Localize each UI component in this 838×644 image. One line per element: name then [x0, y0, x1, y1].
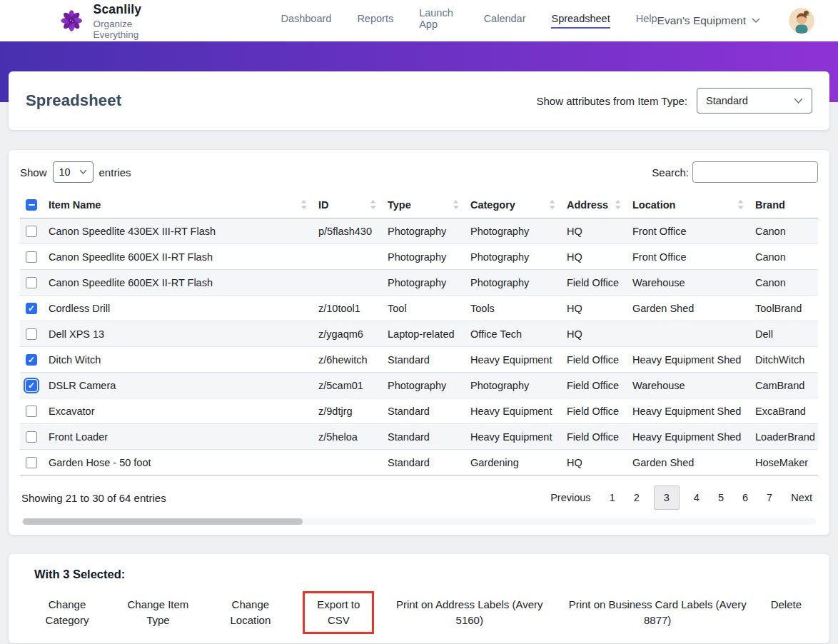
item-type-select[interactable]: Standard: [697, 88, 812, 114]
cell-category: Tools: [465, 296, 561, 321]
scrollbar-thumb[interactable]: [23, 518, 303, 525]
cell-type: Standard: [382, 424, 465, 450]
pagination-previous[interactable]: Previous: [546, 486, 595, 509]
pagination-page-3[interactable]: 3: [654, 485, 680, 510]
action-print-on-address-labels-avery-5160[interactable]: Print on Address Labels (Avery 5160): [393, 591, 547, 634]
nav-item-launch-app[interactable]: Launch App: [419, 7, 458, 34]
cell-item-name: Garden Hose - 50 foot: [43, 450, 313, 476]
pagination: Previous1234567Next: [546, 485, 817, 510]
cell-id: p/5flash430: [313, 218, 382, 244]
action-print-on-business-card-labels-avery-8877[interactable]: Print on Business Card Labels (Avery 887…: [565, 591, 750, 634]
pagination-page-6[interactable]: 6: [738, 486, 752, 509]
cell-type: Photography: [382, 373, 465, 398]
page-size-select[interactable]: 10: [53, 161, 94, 183]
column-header-location[interactable]: Location: [627, 191, 749, 218]
column-header-category[interactable]: Category: [465, 191, 561, 218]
column-label: Category: [470, 199, 515, 211]
cell-category: Office Tech: [465, 321, 561, 347]
column-label: ID: [318, 199, 329, 211]
show-label: Show: [20, 166, 47, 178]
pagination-page-7[interactable]: 7: [762, 486, 777, 509]
nav-item-dashboard[interactable]: Dashboard: [281, 13, 331, 29]
nav-item-spreadsheet[interactable]: Spreadsheet: [551, 13, 610, 29]
cell-type: Standard: [382, 347, 465, 373]
column-header-brand[interactable]: Brand: [749, 191, 818, 218]
brand-name: Scanlily: [94, 2, 177, 17]
cell-category: Heavy Equipment: [465, 398, 561, 424]
table-footer: Showing 21 to 30 of 64 entries Previous1…: [20, 476, 818, 518]
cell-id: z/6hewitch: [313, 347, 382, 373]
cell-address: Field Office: [561, 347, 627, 373]
cell-category: Photography: [465, 373, 561, 398]
pagination-page-5[interactable]: 5: [714, 486, 728, 509]
row-checkbox[interactable]: [26, 277, 37, 288]
pagination-next[interactable]: Next: [787, 486, 817, 509]
row-checkbox[interactable]: [26, 380, 37, 391]
cell-brand: Dell: [749, 321, 818, 347]
pagination-page-4[interactable]: 4: [690, 486, 704, 509]
cell-location: Heavy Equipment Shed: [627, 424, 749, 450]
search-label: Search:: [652, 166, 689, 178]
cell-brand: ToolBrand: [749, 296, 818, 321]
account-menu[interactable]: Evan's Equipment: [657, 14, 760, 27]
bulk-actions-card: With 3 Selected: Change CategoryChange I…: [9, 554, 829, 643]
select-all-checkbox[interactable]: [26, 199, 37, 211]
cell-address: HQ: [561, 244, 627, 270]
cell-brand: LoaderBrand: [749, 424, 818, 450]
nav-item-reports[interactable]: Reports: [357, 13, 393, 29]
brand-tagline: Organize Everything: [94, 19, 177, 40]
cell-id: [313, 450, 382, 476]
row-checkbox[interactable]: [26, 354, 37, 366]
action-export-to-csv[interactable]: Export to CSV: [303, 591, 374, 634]
cell-type: Standard: [382, 398, 465, 424]
sort-icon: [549, 199, 555, 210]
cell-item-name: DSLR Camera: [43, 373, 313, 398]
table-controls: Show 10 entries Search:: [20, 161, 818, 183]
cell-brand: HoseMaker: [749, 450, 818, 476]
table-summary: Showing 21 to 30 of 64 entries: [21, 492, 166, 504]
cell-brand: Canon: [749, 244, 818, 270]
nav-item-calendar[interactable]: Calendar: [484, 13, 526, 29]
brand[interactable]: Scanlily Organize Everything: [60, 2, 176, 40]
row-checkbox[interactable]: [26, 457, 37, 468]
bulk-actions-row: Change CategoryChange Item TypeChange Lo…: [34, 591, 804, 634]
pagination-page-1[interactable]: 1: [605, 486, 620, 509]
row-checkbox[interactable]: [26, 251, 37, 263]
horizontal-scrollbar[interactable]: [21, 518, 817, 525]
row-checkbox[interactable]: [26, 226, 37, 237]
action-change-item-type[interactable]: Change Item Type: [118, 591, 198, 634]
cell-type: Photography: [382, 218, 465, 244]
pagination-page-2[interactable]: 2: [630, 486, 644, 509]
cell-address: HQ: [561, 450, 627, 476]
row-checkbox[interactable]: [26, 328, 37, 340]
table-card: Show 10 entries Search: Item NameIDTypeC…: [9, 150, 829, 535]
action-change-category[interactable]: Change Category: [34, 591, 100, 634]
column-header-address[interactable]: Address: [561, 191, 627, 218]
row-checkbox[interactable]: [26, 303, 37, 314]
page-header-card: Spreadsheet Show attributes from Item Ty…: [9, 71, 829, 130]
cell-address: HQ: [561, 321, 627, 347]
cell-id: z/5heloa: [313, 424, 382, 450]
cell-brand: CamBrand: [749, 373, 818, 398]
column-header-id[interactable]: ID: [313, 191, 382, 218]
search-input[interactable]: [692, 161, 818, 183]
cell-id: z/ygaqm6: [313, 321, 382, 347]
row-checkbox[interactable]: [26, 406, 37, 417]
column-header-item-name[interactable]: Item Name: [43, 191, 313, 218]
cell-address: HQ: [561, 296, 627, 321]
cell-item-name: Cordless Drill: [43, 296, 313, 321]
scanlily-logo-icon: [60, 9, 84, 33]
app-header: Scanlily Organize Everything DashboardRe…: [0, 0, 838, 41]
cell-address: Field Office: [561, 270, 627, 296]
action-change-location[interactable]: Change Location: [216, 591, 285, 634]
row-checkbox[interactable]: [26, 431, 37, 443]
nav-item-help[interactable]: Help: [636, 13, 657, 29]
action-delete[interactable]: Delete: [769, 591, 804, 618]
page-title: Spreadsheet: [26, 91, 121, 110]
avatar[interactable]: [789, 8, 814, 34]
sort-icon: [453, 199, 459, 210]
cell-brand: Canon: [749, 270, 818, 296]
column-header-type[interactable]: Type: [382, 191, 465, 218]
cell-location: [627, 321, 749, 347]
cell-location: Heavy Equipment Shed: [627, 347, 749, 373]
